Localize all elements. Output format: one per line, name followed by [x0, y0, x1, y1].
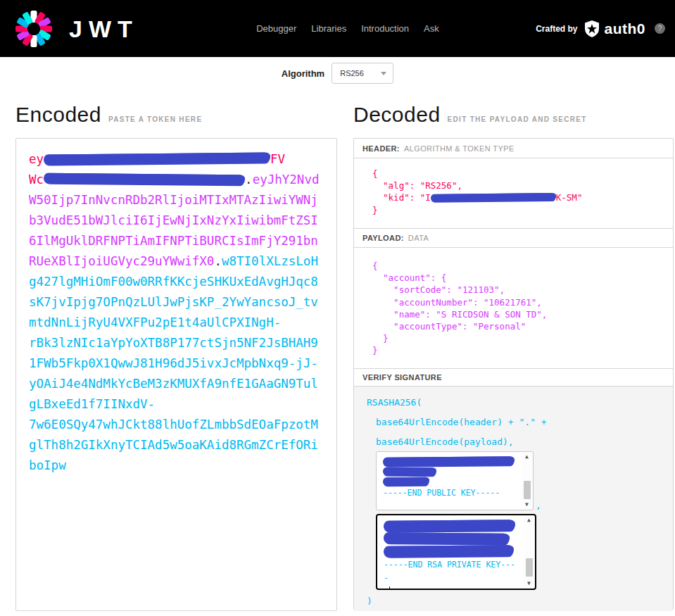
private-key-cursor-line: - [384, 585, 519, 590]
encoded-subtitle: PASTE A TOKEN HERE [108, 115, 202, 123]
signature-arg-lines: base64UrlEncode(header) + "." +base64Url… [367, 412, 663, 451]
nav-item-debugger[interactable]: Debugger [256, 23, 296, 34]
public-key-comma: , [536, 500, 541, 510]
scrollbar-thumb[interactable] [524, 481, 531, 499]
navbar: JWT DebuggerLibrariesIntroductionAsk Cra… [0, 0, 675, 57]
payload-strip-subtitle: DATA [408, 234, 429, 242]
header-strip: HEADER: ALGORITHM & TOKEN TYPE [354, 139, 673, 158]
payload-strip: PAYLOAD: DATA [354, 229, 673, 248]
decoded-panel: HEADER: ALGORITHM & TOKEN TYPE { "alg": … [353, 138, 674, 610]
auth0-wordmark: auth0 [604, 20, 645, 37]
redaction-scribble [384, 545, 514, 558]
public-key-textarea[interactable]: -----END PUBLIC KEY----- ▲ ▼ [376, 451, 534, 510]
private-key-footer: -----END RSA PRIVATE KEY---- [384, 558, 519, 585]
decoded-subtitle: EDIT THE PAYLOAD AND SECRET [448, 115, 587, 123]
chevron-down-icon [381, 72, 386, 75]
brand-wordmark: JWT [69, 17, 139, 41]
public-key-footer: -----END PUBLIC KEY----- [383, 487, 517, 498]
main-nav: DebuggerLibrariesIntroductionAsk [235, 23, 439, 34]
crafted-by-label: Crafted by [536, 24, 577, 34]
signature-fn-open: RSASHA256( [367, 392, 663, 412]
encoded-title: Encoded [15, 103, 101, 127]
private-key-scrollbar[interactable]: ▲ ▼ [524, 516, 534, 588]
redaction-scribble [383, 477, 429, 486]
text-caret [389, 586, 391, 590]
private-key-textarea[interactable]: -----END RSA PRIVATE KEY---- - ▲ ▼ [376, 514, 536, 590]
redaction-scribble [383, 456, 515, 467]
redaction-scribble [44, 152, 270, 165]
verify-signature-section: RSASHA256( base64UrlEncode(header) + "."… [354, 386, 673, 611]
decoded-title: Decoded [353, 103, 441, 127]
private-key-redacted-content [384, 520, 519, 557]
header-strip-label: HEADER: [362, 144, 400, 153]
scrollbar-up-icon[interactable]: ▲ [525, 453, 529, 460]
jwt-logo-icon [15, 11, 52, 47]
header-json-editor[interactable]: { "alg": "RS256", "kid": "IK-SM"} [354, 158, 673, 229]
nav-item-introduction[interactable]: Introduction [361, 23, 409, 34]
scrollbar-thumb[interactable] [526, 558, 533, 577]
question-icon: ? [658, 25, 662, 32]
verify-signature-label: VERIFY SIGNATURE [362, 373, 442, 382]
redaction-scribble [383, 467, 436, 477]
algorithm-selected-value: RS256 [340, 69, 364, 77]
public-key-scrollbar[interactable]: ▲ ▼ [522, 453, 532, 509]
payload-json-editor[interactable]: { "account": { "sortCode": "121103", "ac… [354, 248, 673, 369]
redaction-scribble [431, 193, 556, 202]
redaction-scribble [384, 520, 515, 532]
public-key-redacted-content [383, 457, 517, 486]
encoded-heading: Encoded PASTE A TOKEN HERE [15, 103, 202, 127]
auth0-link[interactable]: auth0 [583, 20, 645, 38]
redaction-scribble [44, 173, 245, 185]
encoded-token-input[interactable]: eyFVWc.eyJhY2NvdW50Ijp7InNvcnRDb2RlIjoiM… [15, 138, 337, 611]
auth0-logo-icon [583, 20, 600, 38]
algorithm-row: Algorithm RS256 [0, 62, 675, 84]
nav-item-libraries[interactable]: Libraries [311, 23, 346, 34]
help-button[interactable]: ? [655, 23, 665, 34]
decoded-heading: Decoded EDIT THE PAYLOAD AND SECRET [353, 103, 587, 127]
jwt-home-link[interactable]: JWT [15, 11, 139, 47]
algorithm-select[interactable]: RS256 [332, 63, 393, 84]
signature-close-paren: ) [367, 590, 663, 611]
header-strip-subtitle: ALGORITHM & TOKEN TYPE [404, 144, 515, 153]
payload-strip-label: PAYLOAD: [362, 234, 404, 242]
nav-item-ask[interactable]: Ask [424, 23, 439, 34]
redaction-scribble [384, 532, 510, 545]
algorithm-label: Algorithm [282, 68, 324, 79]
verify-signature-strip: VERIFY SIGNATURE [354, 369, 673, 386]
encoded-token-text: eyFVWc.eyJhY2NvdW50Ijp7InNvcnRDb2RlIjoiM… [29, 149, 325, 476]
scrollbar-down-icon[interactable]: ▼ [525, 501, 529, 508]
scrollbar-up-icon[interactable]: ▲ [527, 517, 531, 524]
scrollbar-down-icon[interactable]: ▼ [527, 580, 531, 587]
